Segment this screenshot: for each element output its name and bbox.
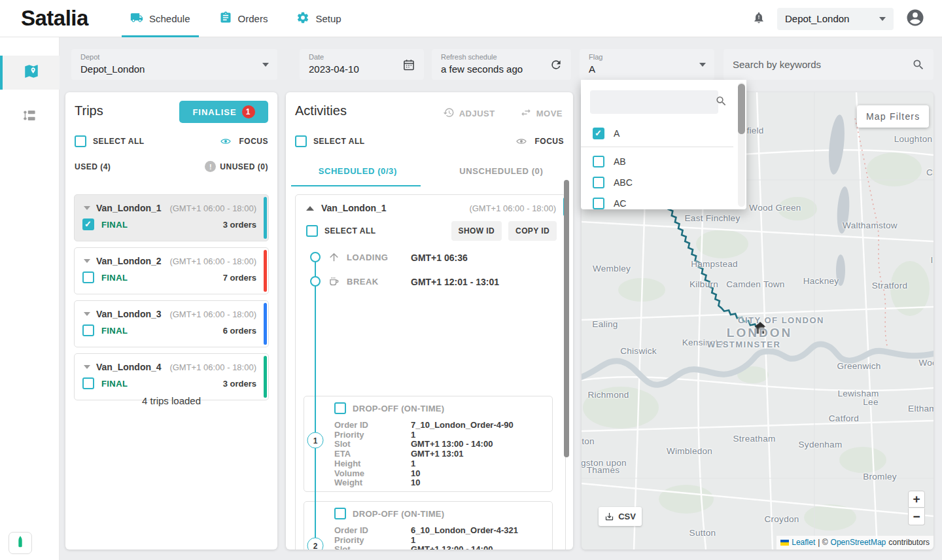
search-input[interactable] xyxy=(733,59,912,70)
collapse-icon[interactable] xyxy=(306,206,314,211)
timeline-node xyxy=(310,252,321,262)
trip-color-bar xyxy=(264,356,267,398)
activities-focus-button[interactable]: FOCUS xyxy=(535,137,565,146)
tab-setup[interactable]: Setup xyxy=(288,0,349,37)
sidebar-item-map-view[interactable] xyxy=(0,56,60,90)
eye-icon xyxy=(514,136,529,147)
flag-option-checkbox[interactable] xyxy=(593,198,604,209)
stop-field-row: Weight10 xyxy=(334,478,546,488)
activities-select-all-checkbox[interactable] xyxy=(295,135,307,147)
swap-arrows-icon xyxy=(520,107,532,120)
stop-card[interactable]: DROP-OFF (ON-TIME)Order ID7_10_London_Or… xyxy=(304,396,553,492)
launcher-button[interactable] xyxy=(9,532,32,554)
trip-status-badge: FINAL xyxy=(101,326,128,336)
loading-event-row[interactable]: LOADING GMT+1 06:36 xyxy=(328,251,564,264)
chevron-down-icon[interactable] xyxy=(84,312,90,316)
flag-option-label: AC xyxy=(614,198,626,209)
date-filter[interactable]: Date 2023-04-10 xyxy=(300,49,424,80)
stop-card[interactable]: DROP-OFF (ON-TIME)Order ID6_10_London_Or… xyxy=(304,501,553,550)
chevron-down-icon[interactable] xyxy=(84,206,90,210)
flag-search-input[interactable] xyxy=(597,97,715,107)
map-attribution: Leaflet | © OpenStreetMap contributors xyxy=(776,536,933,550)
activities-select-all-label: SELECT ALL xyxy=(313,137,365,146)
stop-checkbox[interactable] xyxy=(334,402,346,414)
flag-option[interactable]: AB xyxy=(581,151,733,172)
map-place-label: Streatham xyxy=(733,434,776,444)
depot-filter-value: Depot_London xyxy=(80,63,145,75)
trip-order-count: 3 orders xyxy=(223,379,256,389)
csv-export-button[interactable]: CSV xyxy=(599,507,642,526)
trip-checkbox[interactable] xyxy=(82,271,94,283)
event-time: GMT+1 06:36 xyxy=(411,252,468,262)
tab-unscheduled[interactable]: UNSCHEDULED (0) xyxy=(430,155,574,186)
trip-checkbox[interactable] xyxy=(82,219,94,230)
flag-option[interactable]: A xyxy=(581,123,733,144)
search-icon[interactable] xyxy=(912,58,933,71)
trip-card[interactable]: Van_London_4(GMT+1 06:00 - 18:00)FINAL3 … xyxy=(74,353,269,400)
break-event-row[interactable]: BREAK GMT+1 12:01 - 13:01 xyxy=(328,275,564,288)
stop-checkbox[interactable] xyxy=(334,508,346,519)
zoom-in-button[interactable]: + xyxy=(908,491,925,508)
map-place-label: Sydenham xyxy=(799,440,843,449)
gear-icon xyxy=(296,11,309,26)
refresh-schedule[interactable]: Refresh schedule a few seconds ago xyxy=(432,49,571,80)
map-filters-button[interactable]: Map Filters xyxy=(857,105,929,128)
flag-option[interactable]: AC xyxy=(581,193,733,209)
trip-select-all-checkbox[interactable] xyxy=(306,225,318,237)
timeline-stop-number: 1 xyxy=(307,432,324,449)
map-place-label: Chiswick xyxy=(620,346,657,356)
trip-checkbox[interactable] xyxy=(82,377,94,389)
trip-time-window: (GMT+1 06:00 - 18:00) xyxy=(169,256,256,266)
trip-card[interactable]: Van_London_3(GMT+1 06:00 - 18:00)FINAL6 … xyxy=(74,300,269,347)
zoom-out-button[interactable]: − xyxy=(908,508,925,525)
flag-option-checkbox[interactable] xyxy=(593,156,604,167)
trip-checkbox[interactable] xyxy=(82,324,94,336)
flag-option-checkbox[interactable] xyxy=(593,177,604,188)
osm-link[interactable]: OpenStreetMap xyxy=(831,538,886,547)
flag-option-label: AB xyxy=(614,156,626,167)
divider xyxy=(581,147,733,147)
adjust-button[interactable]: ADJUST xyxy=(443,107,495,120)
map-place-label: Wood Green xyxy=(749,203,801,213)
copy-id-button[interactable]: COPY ID xyxy=(508,221,557,241)
date-filter-label: Date xyxy=(309,53,324,61)
map-place-label: Loughton xyxy=(894,134,933,144)
calendar-icon xyxy=(402,58,415,71)
trip-list: Van_London_1(GMT+1 06:00 - 18:00)FINAL3 … xyxy=(74,194,269,406)
trip-card[interactable]: Van_London_1(GMT+1 06:00 - 18:00)FINAL3 … xyxy=(74,194,269,241)
event-type: LOADING xyxy=(347,253,404,262)
chevron-down-icon[interactable] xyxy=(84,259,90,263)
flag-filter[interactable]: Flag A xyxy=(580,49,714,80)
flag-option-checkbox[interactable] xyxy=(593,128,604,139)
move-button[interactable]: MOVE xyxy=(520,107,563,120)
sidebar-item-timeline-view[interactable] xyxy=(0,100,60,134)
user-avatar[interactable] xyxy=(905,8,925,30)
activities-panel: Activities ADJUST MOVE SELECT ALL FOCUS … xyxy=(286,92,573,550)
trips-focus-button[interactable]: FOCUS xyxy=(239,137,269,146)
field-value: 1 xyxy=(411,430,415,440)
tab-schedule[interactable]: Schedule xyxy=(122,0,199,37)
show-id-button[interactable]: SHOW ID xyxy=(451,221,502,241)
finalise-button[interactable]: FINALISE 1 xyxy=(179,101,268,123)
move-label: MOVE xyxy=(536,109,563,118)
field-label: Priority xyxy=(334,430,411,440)
depot-filter[interactable]: Depot Depot_London xyxy=(71,49,277,80)
map-place-label: Wimbledon xyxy=(667,446,712,456)
trip-card[interactable]: Van_London_2(GMT+1 06:00 - 18:00)FINAL7 … xyxy=(74,247,269,294)
trip-selectall-row: SELECT ALL SHOW ID COPY ID xyxy=(306,221,557,241)
tab-setup-label: Setup xyxy=(315,13,341,24)
trip-name: Van_London_1 xyxy=(96,203,162,213)
notification-bell-icon[interactable] xyxy=(752,10,765,27)
tab-orders[interactable]: Orders xyxy=(211,0,277,37)
stop-type-label: DROP-OFF (ON-TIME) xyxy=(353,509,444,519)
leaflet-link[interactable]: Leaflet xyxy=(792,538,815,547)
navbar-right: Depot_London xyxy=(752,0,925,37)
flag-option[interactable]: ABC xyxy=(581,172,733,193)
refresh-icon[interactable] xyxy=(550,58,563,71)
depot-selector[interactable]: Depot_London xyxy=(777,8,894,30)
chevron-down-icon[interactable] xyxy=(84,365,90,369)
activities-scrollbar[interactable] xyxy=(564,180,569,457)
dropdown-scrollbar-thumb[interactable] xyxy=(738,84,745,134)
tab-scheduled[interactable]: SCHEDULED (0/3) xyxy=(286,155,430,186)
trips-select-all-checkbox[interactable] xyxy=(75,135,86,147)
